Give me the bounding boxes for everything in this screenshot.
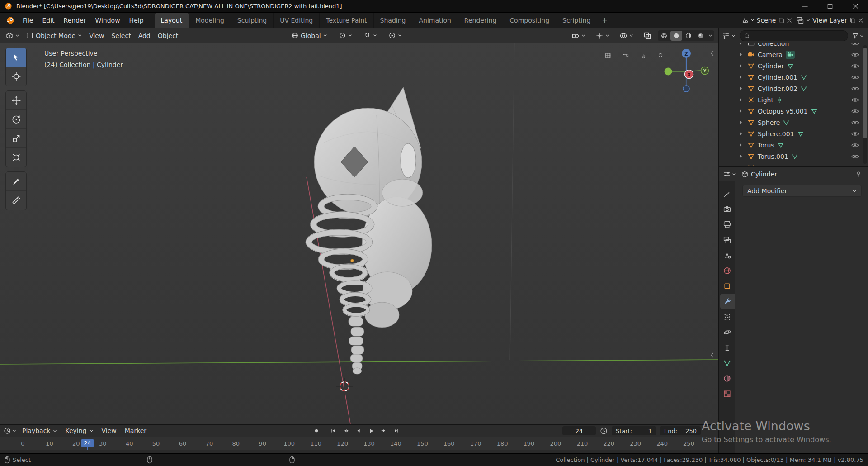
properties-tab[interactable]: world: [719, 263, 735, 278]
workspace-tab[interactable]: Animation: [412, 13, 458, 28]
workspace-tab[interactable]: Scripting: [556, 13, 597, 28]
object-visibility-selector[interactable]: [568, 30, 589, 41]
visibility-eye-icon[interactable]: [851, 52, 859, 57]
properties-tab[interactable]: physics: [719, 324, 735, 340]
tool-transform[interactable]: [6, 148, 26, 167]
gizmo-z-negative[interactable]: [683, 86, 689, 92]
object-data-icon[interactable]: [777, 97, 783, 103]
object-name[interactable]: Octopus v5.001: [758, 108, 808, 115]
app-menu-button[interactable]: [3, 13, 18, 28]
workspace-tab[interactable]: Shading: [374, 13, 413, 28]
outliner-search-input[interactable]: [753, 32, 844, 40]
unlink-icon[interactable]: [858, 18, 863, 23]
add-modifier-dropdown[interactable]: Add Modifier: [742, 185, 862, 197]
viewport-menu-item[interactable]: Select: [108, 30, 134, 41]
proportional-editing-toggle[interactable]: [385, 30, 406, 41]
mode-selector[interactable]: Object Mode: [23, 30, 85, 41]
outliner-item[interactable]: Light: [719, 94, 862, 105]
properties-tab[interactable]: particles: [719, 309, 735, 324]
workspace-tab[interactable]: Compositing: [503, 13, 556, 28]
properties-tab[interactable]: material: [719, 371, 735, 386]
outliner-filter-button[interactable]: [851, 32, 865, 40]
close-button[interactable]: [843, 0, 868, 12]
outliner-item[interactable]: Octopus v5.001: [719, 105, 862, 117]
properties-tab[interactable]: tool: [719, 186, 735, 201]
add-workspace-button[interactable]: +: [597, 13, 612, 28]
workspace-tab[interactable]: Sculpting: [231, 13, 274, 28]
menu-item[interactable]: Window: [90, 13, 124, 28]
object-data-icon[interactable]: [787, 63, 793, 69]
camera-view-button[interactable]: [620, 50, 632, 62]
workspace-tab[interactable]: UV Editing: [274, 13, 320, 28]
disclosure-triangle-icon[interactable]: [739, 98, 743, 102]
disclosure-triangle-icon[interactable]: [739, 52, 743, 57]
visibility-eye-icon[interactable]: [851, 154, 859, 159]
outliner-item[interactable]: Cylinder.002: [719, 83, 862, 94]
current-frame-field[interactable]: 24: [562, 426, 596, 435]
properties-tab[interactable]: object: [719, 278, 735, 294]
object-data-icon[interactable]: [801, 86, 807, 92]
viewport-menu-item[interactable]: Object: [154, 30, 182, 41]
disclosure-triangle-icon[interactable]: [739, 132, 743, 136]
breadcrumb[interactable]: Cylinder: [741, 171, 777, 178]
object-data-icon[interactable]: [792, 153, 798, 160]
properties-tab[interactable]: constraints: [719, 340, 735, 355]
tool-select-box[interactable]: [6, 48, 26, 67]
shading-solid-button[interactable]: [670, 31, 682, 41]
disclosure-triangle-icon[interactable]: [739, 109, 743, 113]
outliner-item[interactable]: Cylinder.001: [719, 71, 862, 83]
shading-material-button[interactable]: [683, 31, 694, 41]
editor-type-button[interactable]: [2, 30, 23, 41]
viewport-3d[interactable]: User Perspective (24) Collection | Cylin…: [0, 43, 718, 424]
object-name[interactable]: Cylinder: [758, 62, 784, 70]
end-frame-field[interactable]: End: 250: [660, 426, 701, 435]
visibility-eye-icon[interactable]: [851, 86, 859, 91]
sidebar-toggle-lower[interactable]: [710, 352, 715, 358]
timeline-ruler[interactable]: 0102030405060708090100110120130140150160…: [0, 437, 718, 450]
visibility-eye-icon[interactable]: [851, 63, 859, 69]
object-name[interactable]: Cylinder.001: [758, 74, 797, 81]
gizmo-y-negative[interactable]: [665, 68, 672, 76]
jump-to-end-button[interactable]: [391, 426, 402, 435]
object-name[interactable]: Sphere.001: [758, 130, 794, 138]
properties-tab[interactable]: texture: [719, 386, 735, 401]
visibility-eye-icon[interactable]: [851, 43, 859, 46]
playhead-badge[interactable]: 24: [81, 439, 94, 447]
scene-selector[interactable]: Scene: [741, 17, 793, 24]
outliner-scrollbar-thumb[interactable]: [863, 48, 867, 138]
disclosure-triangle-icon[interactable]: [739, 64, 743, 68]
visibility-eye-icon[interactable]: [851, 143, 859, 148]
workspace-tab[interactable]: Rendering: [458, 13, 504, 28]
tool-move[interactable]: [6, 91, 26, 110]
chevron-down-icon[interactable]: [708, 33, 712, 38]
shading-wireframe-button[interactable]: [658, 31, 670, 41]
timeline-menu-item[interactable]: View: [98, 426, 121, 435]
visibility-eye-icon[interactable]: [851, 120, 859, 125]
gizmos-toggle[interactable]: [592, 30, 613, 41]
copy-icon[interactable]: [849, 17, 856, 24]
workspace-tab[interactable]: Layout: [155, 13, 189, 28]
properties-tab[interactable]: view-layer: [719, 232, 735, 247]
disclosure-triangle-icon[interactable]: [739, 120, 743, 124]
timeline-editor-type-button[interactable]: [3, 426, 17, 435]
properties-tab[interactable]: modifiers: [720, 294, 735, 309]
outliner-item[interactable]: Sphere.001: [719, 128, 862, 139]
pan-view-button[interactable]: [637, 50, 649, 62]
visibility-eye-icon[interactable]: [851, 97, 859, 103]
sidebar-toggle[interactable]: [710, 50, 715, 57]
disclosure-triangle-icon[interactable]: [739, 143, 743, 147]
pivot-point-selector[interactable]: [335, 30, 356, 41]
object-name[interactable]: Sphere: [758, 119, 780, 126]
menu-item[interactable]: Edit: [38, 13, 59, 28]
auto-keying-button[interactable]: [311, 426, 322, 435]
object-name[interactable]: Torus: [758, 142, 774, 149]
menu-item[interactable]: File: [18, 13, 38, 28]
properties-editor-type-button[interactable]: [722, 170, 737, 179]
outliner-search-box[interactable]: [740, 30, 848, 41]
viewport-menu-item[interactable]: Add: [135, 30, 154, 41]
timeline-menu-item[interactable]: Keying: [61, 426, 97, 435]
visibility-eye-icon[interactable]: [851, 131, 859, 137]
object-data-icon[interactable]: [801, 74, 807, 81]
minimize-button[interactable]: [792, 0, 817, 12]
previous-keyframe-button[interactable]: [340, 426, 351, 435]
